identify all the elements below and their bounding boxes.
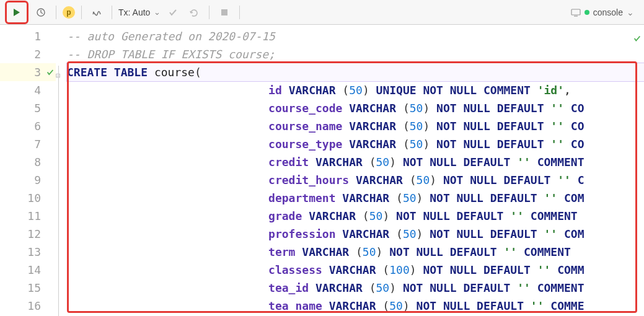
gutter-line: 12 <box>0 225 56 243</box>
code-line: -- auto Generated on 2020-07-15 <box>67 27 644 45</box>
inspection-check-icon <box>633 30 642 48</box>
console-label: console <box>593 7 623 17</box>
history-button[interactable] <box>32 4 50 21</box>
separator <box>56 6 56 19</box>
gutter-line: 13 <box>0 243 56 261</box>
code-line: department VARCHAR (50) NOT NULL DEFAULT… <box>67 189 644 207</box>
gutter-line: 3 <box>0 63 56 81</box>
gutter-line: 11 <box>0 207 56 225</box>
separator <box>239 6 240 19</box>
commit-button[interactable] <box>164 4 182 21</box>
gutter-line: 4 <box>0 81 56 99</box>
chevron-down-icon: ⌄ <box>627 7 634 17</box>
code-line: tea_name VARCHAR (50) NOT NULL DEFAULT '… <box>67 297 644 315</box>
gutter-line: 16 <box>0 297 56 315</box>
gutter-line: 7 <box>0 135 56 153</box>
gutter-line: 1 <box>0 27 56 45</box>
separator <box>112 6 112 19</box>
svg-rect-3 <box>221 9 227 15</box>
gutter-line: 8 <box>0 153 56 171</box>
code-line: classess VARCHAR (100) NOT NULL DEFAULT … <box>67 261 644 279</box>
gutter-line: 6 <box>0 117 56 135</box>
toolbar: p Tx: Auto ⌄ console ⌄ <box>0 0 644 25</box>
status-dot <box>584 10 589 15</box>
code-line: course_type VARCHAR (50) NOT NULL DEFAUL… <box>67 135 644 153</box>
rollback-button[interactable] <box>185 4 203 21</box>
gutter-line: 2 <box>0 45 56 63</box>
code-line: course_name VARCHAR (50) NOT NULL DEFAUL… <box>67 117 644 135</box>
check-icon <box>46 63 55 81</box>
editor[interactable]: 12345678910111213141516 ⊟ -- auto Genera… <box>0 25 644 316</box>
code-line: grade VARCHAR (50) NOT NULL DEFAULT '' C… <box>67 207 644 225</box>
svg-marker-0 <box>14 9 20 16</box>
code-line: -- DROP TABLE IF EXISTS course; <box>67 45 644 63</box>
code-line: tea_id VARCHAR (50) NOT NULL DEFAULT '' … <box>67 279 644 297</box>
gutter-line: 15 <box>0 279 56 297</box>
separator <box>209 6 210 19</box>
code-line: id VARCHAR (50) UNIQUE NOT NULL COMMENT … <box>67 81 644 99</box>
code-line: term VARCHAR (50) NOT NULL DEFAULT '' CO… <box>67 243 644 261</box>
code-line: credit_hours VARCHAR (50) NOT NULL DEFAU… <box>67 171 644 189</box>
gutter-line: 5 <box>0 99 56 117</box>
gutter-line: 14 <box>0 261 56 279</box>
chevron-down-icon: ⌄ <box>154 7 161 17</box>
settings-button[interactable] <box>88 4 105 21</box>
gutter: 12345678910111213141516 <box>0 25 56 316</box>
tx-label: Tx: Auto <box>118 7 150 17</box>
output-target-dropdown[interactable]: console ⌄ <box>571 7 639 17</box>
gutter-line: 10 <box>0 189 56 207</box>
code-area[interactable]: ⊟ -- auto Generated on 2020-07-15 -- DRO… <box>56 25 644 316</box>
tx-mode-dropdown[interactable]: Tx: Auto ⌄ <box>118 7 161 17</box>
code-line: CREATE TABLE course( <box>67 63 644 81</box>
code-line: profession VARCHAR (50) NOT NULL DEFAULT… <box>67 225 644 243</box>
code-line: course_code VARCHAR (50) NOT NULL DEFAUL… <box>67 99 644 117</box>
svg-point-2 <box>93 11 95 13</box>
code-line: credit VARCHAR (50) NOT NULL DEFAULT '' … <box>67 153 644 171</box>
schema-badge[interactable]: p <box>63 6 75 19</box>
gutter-line: 9 <box>0 171 56 189</box>
run-button[interactable] <box>8 4 25 21</box>
svg-rect-4 <box>571 9 580 15</box>
fold-guide <box>58 66 63 316</box>
stop-button[interactable] <box>216 4 233 21</box>
separator <box>81 6 82 19</box>
